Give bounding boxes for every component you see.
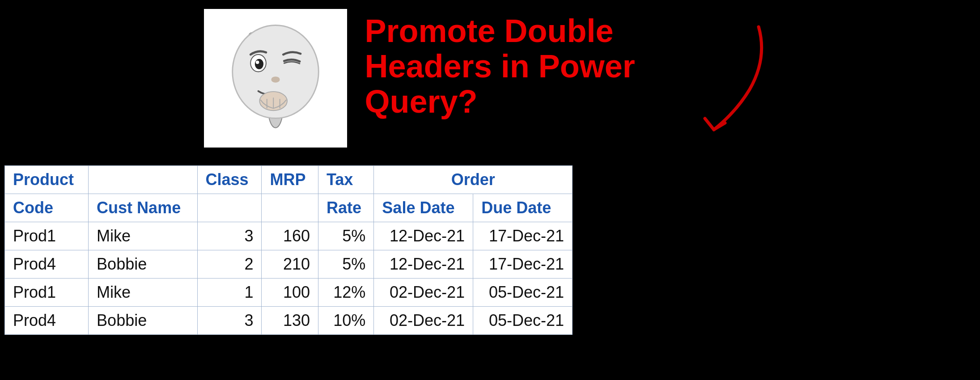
cell-name: Mike bbox=[89, 222, 197, 250]
cell-mrp: 130 bbox=[262, 307, 318, 335]
cell-code: Prod4 bbox=[5, 250, 89, 279]
cell-sale-date: 02-Dec-21 bbox=[374, 279, 473, 307]
header-mrp-empty bbox=[262, 194, 318, 222]
arrow-icon bbox=[696, 22, 768, 148]
header-class-empty bbox=[197, 194, 262, 222]
cell-name: Bobbie bbox=[89, 250, 197, 279]
top-section: ? ? Promote Double bbox=[0, 0, 980, 149]
cell-class: 3 bbox=[197, 222, 262, 250]
cell-class: 1 bbox=[197, 279, 262, 307]
cell-name: Bobbie bbox=[89, 307, 197, 335]
cell-code: Prod1 bbox=[5, 279, 89, 307]
cell-tax: 10% bbox=[318, 307, 373, 335]
table-header-row-1: Product Class MRP Tax Order bbox=[5, 166, 573, 194]
svg-point-7 bbox=[271, 76, 280, 82]
arrow-container bbox=[696, 9, 776, 149]
cell-code: Prod1 bbox=[5, 222, 89, 250]
header-tax: Tax bbox=[318, 166, 373, 194]
table-body: Prod1 Mike 3 160 5% 12-Dec-21 17-Dec-21 … bbox=[5, 222, 573, 335]
svg-point-6 bbox=[255, 61, 259, 64]
header-product: Product bbox=[5, 166, 89, 194]
cell-mrp: 160 bbox=[262, 222, 318, 250]
header-due-date: Due Date bbox=[473, 194, 573, 222]
header-code: Code bbox=[5, 194, 89, 222]
cell-due-date: 05-Dec-21 bbox=[473, 279, 573, 307]
cell-due-date: 17-Dec-21 bbox=[473, 222, 573, 250]
table-row: Prod1 Mike 3 160 5% 12-Dec-21 17-Dec-21 bbox=[5, 222, 573, 250]
table-header-row-2: Code Cust Name Rate Sale Date Due Date bbox=[5, 194, 573, 222]
thinking-emoji: ? ? bbox=[222, 20, 329, 136]
header-sale-date: Sale Date bbox=[374, 194, 473, 222]
data-table: Product Class MRP Tax Order Code Cust Na… bbox=[4, 165, 573, 335]
header-class: Class bbox=[197, 166, 262, 194]
emoji-container: ? ? bbox=[204, 9, 347, 148]
table-row: Prod4 Bobbie 3 130 10% 02-Dec-21 05-Dec-… bbox=[5, 307, 573, 335]
header-order: Order bbox=[374, 166, 573, 194]
header-rate: Rate bbox=[318, 194, 373, 222]
cell-sale-date: 12-Dec-21 bbox=[374, 250, 473, 279]
header-cust-name: Cust Name bbox=[89, 194, 197, 222]
table-row: Prod1 Mike 1 100 12% 02-Dec-21 05-Dec-21 bbox=[5, 279, 573, 307]
page-title: Promote Double Headers in Power Query? bbox=[365, 9, 678, 120]
cell-mrp: 100 bbox=[262, 279, 318, 307]
svg-point-5 bbox=[255, 59, 263, 69]
cell-class: 2 bbox=[197, 250, 262, 279]
table-row: Prod4 Bobbie 2 210 5% 12-Dec-21 17-Dec-2… bbox=[5, 250, 573, 279]
table-section: Product Class MRP Tax Order Code Cust Na… bbox=[4, 165, 573, 335]
cell-tax: 5% bbox=[318, 250, 373, 279]
cell-code: Prod4 bbox=[5, 307, 89, 335]
cell-due-date: 05-Dec-21 bbox=[473, 307, 573, 335]
cell-due-date: 17-Dec-21 bbox=[473, 250, 573, 279]
cell-sale-date: 02-Dec-21 bbox=[374, 307, 473, 335]
cell-tax: 5% bbox=[318, 222, 373, 250]
header-empty-1 bbox=[89, 166, 197, 194]
cell-tax: 12% bbox=[318, 279, 373, 307]
header-mrp: MRP bbox=[262, 166, 318, 194]
cell-class: 3 bbox=[197, 307, 262, 335]
cell-mrp: 210 bbox=[262, 250, 318, 279]
cell-name: Mike bbox=[89, 279, 197, 307]
cell-sale-date: 12-Dec-21 bbox=[374, 222, 473, 250]
